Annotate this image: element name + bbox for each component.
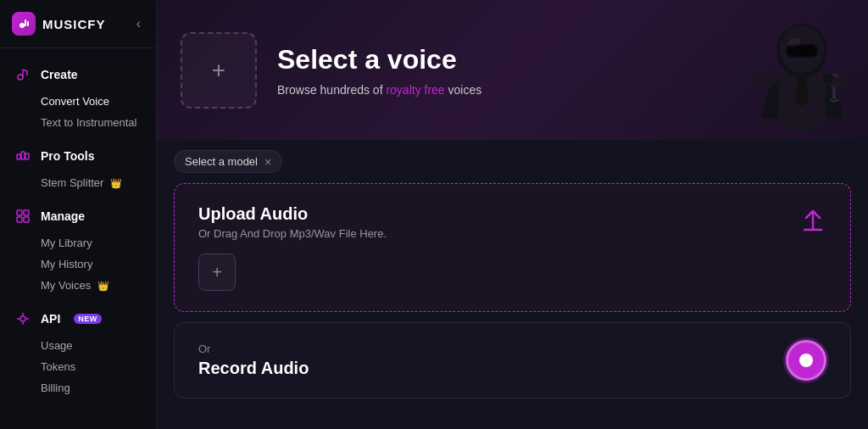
manage-label: Manage (41, 209, 85, 223)
model-tag-label: Select a model (185, 155, 258, 168)
svg-rect-2 (27, 21, 29, 26)
nav-section-api: API NEW Usage Tokens Billing (0, 303, 156, 398)
svg-rect-7 (17, 154, 20, 159)
sidebar-item-my-library[interactable]: My Library (0, 232, 156, 254)
sidebar-item-create[interactable]: Create (0, 58, 156, 91)
record-button[interactable] (786, 340, 826, 381)
pro-tools-label: Pro Tools (41, 149, 95, 163)
svg-rect-11 (24, 210, 29, 215)
model-tag-close-button[interactable]: × (264, 156, 271, 168)
crown-icon-stem-splitter: 👑 (110, 178, 122, 189)
record-dot-icon (799, 354, 813, 367)
sidebar: MUSICFY ‹ Create Convert Voice Text to I… (0, 0, 157, 429)
record-section: Or Record Audio (174, 322, 851, 398)
upload-arrow-icon (799, 204, 826, 239)
svg-rect-10 (17, 210, 22, 215)
crown-icon-my-voices: 👑 (97, 281, 109, 292)
logo-area: MUSICFY (12, 12, 106, 36)
sidebar-item-pro-tools[interactable]: Pro Tools (0, 140, 156, 172)
robot-illustration (737, 0, 868, 140)
or-text: Or (198, 343, 309, 355)
svg-rect-1 (25, 20, 26, 26)
record-left: Or Record Audio (198, 343, 309, 378)
upload-header: Upload Audio Or Drag And Drop Mp3/Wav Fi… (198, 204, 826, 240)
sidebar-nav: Create Convert Voice Text to Instrumenta… (0, 48, 156, 429)
sidebar-item-text-to-instrumental[interactable]: Text to Instrumental (0, 112, 156, 133)
subtitle-prefix: Browse hundreds of (277, 83, 386, 97)
sidebar-item-convert-voice[interactable]: Convert Voice (0, 91, 156, 112)
create-label: Create (41, 68, 78, 81)
logo-icon (12, 12, 36, 36)
manage-icon (14, 207, 32, 226)
api-new-badge: NEW (74, 314, 102, 324)
create-icon (14, 65, 32, 84)
svg-point-30 (823, 73, 833, 83)
upload-subtitle: Or Drag And Drop Mp3/Wav File Here. (198, 227, 387, 240)
sidebar-header: MUSICFY ‹ (0, 0, 156, 48)
subtitle-suffix: voices (445, 83, 482, 97)
svg-rect-13 (24, 217, 29, 222)
model-tag[interactable]: Select a model × (174, 150, 282, 173)
voice-banner: + Select a voice Browse hundreds of roya… (157, 0, 868, 140)
svg-point-14 (20, 316, 25, 321)
sidebar-item-my-history[interactable]: My History (0, 254, 156, 275)
svg-rect-9 (25, 153, 29, 159)
subtitle-highlight: royalty free (386, 83, 444, 97)
nav-section-manage: Manage My Library My History My Voices 👑 (0, 200, 156, 296)
svg-rect-27 (832, 87, 836, 99)
svg-rect-25 (787, 46, 816, 56)
sidebar-item-my-voices[interactable]: My Voices 👑 (0, 275, 156, 296)
add-voice-icon: + (212, 57, 225, 84)
api-icon (14, 309, 32, 328)
nav-section-create: Create Convert Voice Text to Instrumenta… (0, 58, 156, 133)
app-name: MUSICFY (42, 17, 106, 31)
record-title: Record Audio (198, 359, 309, 378)
svg-rect-8 (21, 152, 25, 159)
sidebar-item-tokens[interactable]: Tokens (0, 356, 156, 377)
model-tag-area: Select a model × (157, 140, 868, 173)
sidebar-item-billing[interactable]: Billing (0, 377, 156, 398)
pro-tools-icon (14, 147, 32, 165)
sidebar-item-api[interactable]: API NEW (0, 303, 156, 335)
collapse-button[interactable]: ‹ (133, 14, 144, 33)
svg-rect-12 (17, 217, 22, 222)
upload-title: Upload Audio (198, 204, 387, 224)
svg-point-0 (19, 23, 25, 28)
upload-section[interactable]: Upload Audio Or Drag And Drop Mp3/Wav Fi… (174, 183, 851, 312)
upload-add-button[interactable]: + (198, 254, 236, 291)
api-label: API (41, 312, 60, 326)
sidebar-item-stem-splitter[interactable]: Stem Splitter 👑 (0, 172, 156, 193)
nav-section-pro-tools: Pro Tools Stem Splitter 👑 (0, 140, 156, 193)
upload-text: Upload Audio Or Drag And Drop Mp3/Wav Fi… (198, 204, 387, 240)
sidebar-item-usage[interactable]: Usage (0, 335, 156, 356)
svg-point-3 (18, 75, 23, 80)
add-voice-button[interactable]: + (181, 32, 257, 109)
main-content: + Select a voice Browse hundreds of roya… (157, 0, 868, 429)
sidebar-item-manage[interactable]: Manage (0, 200, 156, 232)
